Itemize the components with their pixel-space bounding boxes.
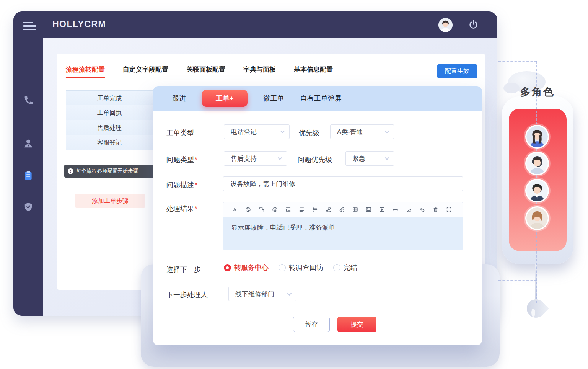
indent-icon[interactable]: [282, 205, 295, 215]
result-textarea[interactable]: 显示屏故障，电话已受理，准备派单: [223, 217, 463, 250]
workflow-row[interactable]: 工单完成: [66, 90, 153, 105]
sidebar-item-shield-icon[interactable]: [23, 202, 34, 212]
role-avatar-man-suit: [525, 179, 549, 202]
role-avatar-woman-bob: [525, 206, 549, 230]
text-style-icon[interactable]: [228, 205, 241, 215]
trash-icon[interactable]: [429, 205, 442, 215]
link-add-icon[interactable]: [322, 205, 335, 215]
sidebar-item-phone-icon[interactable]: [23, 95, 34, 106]
sidebar-item-clipboard-icon[interactable]: [23, 170, 34, 181]
add-step-button[interactable]: 添加工单步骤: [75, 194, 145, 208]
next-step-options: 转服务中心转调查回访完结: [224, 263, 357, 272]
radio-checked-icon: [224, 264, 231, 271]
radio-icon: [333, 264, 340, 271]
top-tab-1[interactable]: 流程流转配置: [66, 65, 105, 74]
image-icon[interactable]: [362, 205, 375, 215]
workflow-row[interactable]: 工单回执: [66, 105, 153, 120]
dashed-line-bottom: [498, 280, 537, 281]
chevron-down-icon: [384, 128, 389, 136]
modal-tab-1[interactable]: 跟进: [172, 94, 186, 103]
modal-tab-2[interactable]: 工单+: [202, 90, 248, 107]
avatar[interactable]: [438, 18, 453, 32]
issue-desc-label: 问题描述*: [166, 180, 197, 189]
save-draft-button[interactable]: 暂存: [293, 317, 330, 332]
emoji-icon[interactable]: [268, 205, 282, 215]
priority-label: 优先级: [299, 128, 319, 137]
brand-logo: HOLLYCRM: [52, 19, 106, 29]
color-palette-icon[interactable]: [241, 205, 255, 215]
video-icon[interactable]: [375, 205, 389, 215]
chevron-down-icon: [280, 128, 285, 136]
chevron-down-icon: [384, 155, 389, 162]
screen: HOLLYCRM 流程流转配置自定义字段配置关联面板配置字典与面板基本信息配置 …: [0, 0, 588, 369]
fullscreen-icon[interactable]: [442, 205, 456, 215]
issue-desc-input[interactable]: 设备故障，需上门维修: [223, 176, 463, 191]
dashed-line-top: [498, 61, 537, 62]
notice-text: 每个流程必须配置开始步骤: [76, 168, 138, 175]
radio-label: 转调查回访: [289, 263, 323, 272]
ticket-type-select[interactable]: 电话登记: [224, 124, 290, 139]
apply-config-button[interactable]: 配置生效: [437, 64, 477, 78]
horizontal-line-icon[interactable]: [389, 205, 402, 215]
align-left-icon[interactable]: [295, 205, 308, 215]
top-tab-5[interactable]: 基本信息配置: [294, 65, 333, 74]
issue-priority-label: 问题优先级: [298, 155, 332, 164]
next-handler-label: 下一步处理人: [166, 290, 208, 299]
modal-tab-bar: 跟进工单+微工单自有工单弹屏: [153, 86, 482, 111]
link-off-icon[interactable]: [335, 205, 349, 215]
drop-highlight: [531, 309, 535, 317]
workflow-row[interactable]: 客服登记: [66, 135, 153, 150]
modal-tab-3[interactable]: 微工单: [264, 94, 284, 103]
menu-icon[interactable]: [23, 22, 37, 33]
cloud-shape-small: [503, 83, 520, 93]
multi-role-title: 多角色: [520, 85, 555, 99]
modal-tab-4[interactable]: 自有工单弹屏: [300, 94, 342, 103]
workflow-row[interactable]: 售后处理: [66, 120, 153, 135]
radio-icon: [279, 264, 286, 271]
undo-icon[interactable]: [415, 205, 429, 215]
next-step-radio-2[interactable]: 转调查回访: [279, 263, 323, 272]
top-tab-4[interactable]: 字典与面板: [243, 65, 276, 74]
exclamation-icon: !: [68, 168, 73, 174]
top-tab-2[interactable]: 自定义字段配置: [123, 65, 168, 74]
next-step-radio-1[interactable]: 转服务中心: [224, 263, 269, 272]
eraser-icon[interactable]: [402, 205, 415, 215]
table-icon[interactable]: [349, 205, 362, 215]
notice-tooltip: ! 每个流程必须配置开始步骤: [64, 165, 155, 178]
next-handler-select[interactable]: 线下维修部门: [228, 287, 296, 301]
next-step-label: 选择下一步: [166, 265, 201, 274]
issue-type-select[interactable]: 售后支持: [224, 151, 287, 166]
radio-label: 转服务中心: [234, 263, 269, 272]
ordered-list-icon[interactable]: [308, 205, 322, 215]
result-label: 处理结果*: [166, 204, 197, 213]
workflow-step-list: 工单完成工单回执售后处理客服登记: [66, 90, 153, 150]
chevron-down-icon: [277, 155, 282, 162]
font-size-icon[interactable]: [255, 205, 268, 215]
rich-text-editor: 显示屏故障，电话已受理，准备派单: [223, 202, 463, 250]
ticket-type-label: 工单类型: [166, 128, 194, 137]
role-avatar-woman-headset: [525, 152, 549, 175]
editor-toolbar: [223, 202, 463, 217]
top-tab-3[interactable]: 关联面板配置: [186, 65, 225, 74]
app-header: HOLLYCRM: [13, 11, 497, 38]
chevron-down-icon: [287, 290, 292, 298]
top-tab-bar: 流程流转配置自定义字段配置关联面板配置字典与面板基本信息配置: [66, 65, 333, 74]
radio-label: 完结: [344, 263, 357, 272]
power-icon[interactable]: [468, 19, 479, 30]
issue-type-label: 问题类型*: [166, 155, 197, 164]
sidebar-nav: [13, 38, 43, 316]
sidebar-item-user-icon[interactable]: [23, 138, 34, 149]
role-avatar-woman-long-hair: [525, 125, 549, 149]
issue-priority-select[interactable]: 紧急: [345, 151, 394, 166]
ticket-modal: 跟进工单+微工单自有工单弹屏 工单类型 电话登记 优先级 A类-普通 问题类型*…: [153, 86, 482, 345]
priority-select[interactable]: A类-普通: [330, 124, 394, 139]
next-step-radio-3[interactable]: 完结: [333, 263, 357, 272]
submit-button[interactable]: 提交: [337, 317, 376, 332]
